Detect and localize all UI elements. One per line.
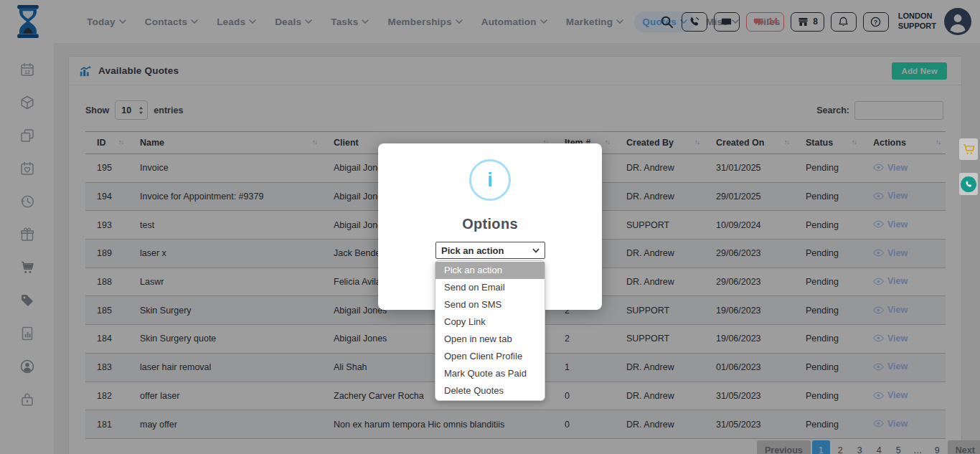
menu-option[interactable]: Open in new tab — [435, 331, 545, 348]
floating-cart-button[interactable] — [959, 138, 978, 160]
modal-title: Options — [378, 216, 602, 232]
phone-icon — [964, 180, 973, 189]
menu-option[interactable]: Copy Link — [435, 313, 545, 331]
phone-circle — [961, 176, 976, 192]
menu-option[interactable]: Send on SMS — [435, 296, 545, 313]
chevron-down-icon — [532, 248, 540, 253]
floating-phone-button[interactable] — [959, 173, 978, 195]
action-select-menu: Pick an action Send on Email Send on SMS… — [435, 260, 545, 401]
menu-option[interactable]: Pick an action — [435, 262, 545, 279]
menu-option[interactable]: Delete Quotes — [435, 382, 545, 399]
menu-option[interactable]: Open Client Profile — [435, 348, 545, 365]
info-icon: i — [469, 159, 511, 201]
cart-icon — [962, 143, 976, 156]
menu-option[interactable]: Mark Quote as Paid — [435, 365, 545, 382]
menu-option[interactable]: Send on Email — [435, 279, 545, 296]
action-select[interactable]: Pick an action — [435, 242, 545, 259]
